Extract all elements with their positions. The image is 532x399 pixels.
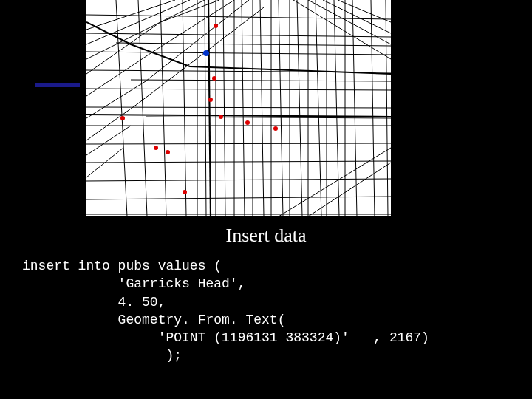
code-line: 'Garricks Head', <box>22 276 245 291</box>
map-point <box>166 150 170 154</box>
map-point <box>154 146 158 150</box>
map-point <box>245 120 250 125</box>
map-point <box>120 116 125 120</box>
slide-title: Insert data <box>0 225 532 247</box>
code-line: Geometry. From. Text( <box>22 313 285 327</box>
code-line: 'POINT (1196131 383324)' , 2167) <box>22 330 429 345</box>
map-point <box>208 98 213 102</box>
map-point <box>183 190 187 194</box>
sql-code-block: insert into pubs values ( 'Garricks Head… <box>22 257 429 365</box>
map-point <box>203 50 209 56</box>
code-line: ); <box>22 348 182 363</box>
code-line: 4. 50, <box>22 295 166 310</box>
map-point <box>273 126 278 131</box>
map-point <box>214 24 218 28</box>
map-point <box>212 76 216 81</box>
code-line: insert into pubs values ( <box>22 259 222 273</box>
streets <box>86 0 391 216</box>
street-map <box>86 0 391 216</box>
decorative-bar <box>35 83 80 87</box>
map-point <box>219 115 223 119</box>
map-image <box>86 0 391 216</box>
